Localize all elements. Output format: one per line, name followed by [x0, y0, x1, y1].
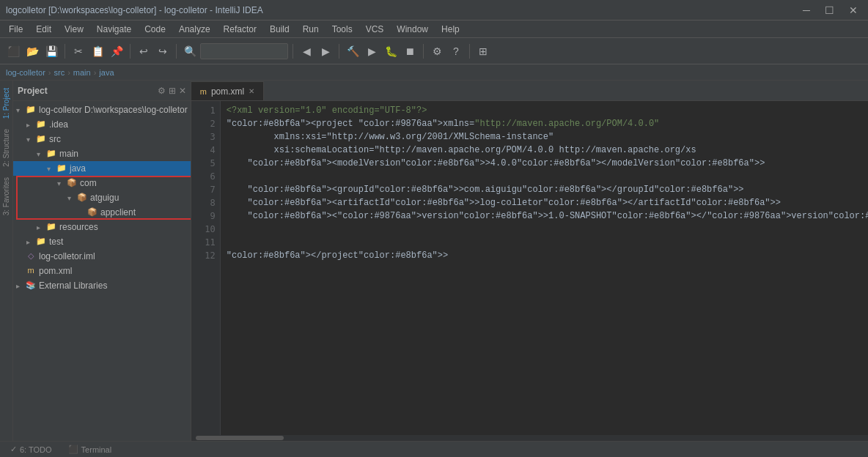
toolbar-debug[interactable]: 🐛 [382, 42, 400, 60]
toolbar-redo[interactable]: ↪ [154, 42, 172, 60]
side-tab-favorites[interactable]: 3: Favorites [0, 173, 12, 220]
breadcrumb-item-2[interactable]: src [54, 68, 65, 77]
tree-item-label: .idea [49, 119, 68, 130]
project-panel: Project ⚙ ⊞ ✕ ▾📁log-colletor D:\workspac… [13, 81, 191, 441]
app-title: logcolletor [D:\workspaces\log-colletor]… [6, 5, 263, 15]
menu-item-build[interactable]: Build [264, 23, 295, 36]
breadcrumb: log-colletor › src › main › java [0, 64, 868, 81]
menu-item-code[interactable]: Code [139, 23, 172, 36]
breadcrumb-sep-3: › [94, 68, 97, 77]
tree-item-icon: m [25, 266, 37, 276]
code-line: "color:#e8bf6a"><modelVersion"color:#e8b… [227, 157, 868, 170]
bottom-toolbar: ✓ 6: TODO ⬛ Terminal [0, 441, 868, 457]
tree-arrow: ▾ [37, 150, 45, 158]
line-number: 5 [191, 157, 216, 170]
sidebar-gear-icon[interactable]: ⚙ [158, 86, 166, 96]
toolbar-stop[interactable]: ⏹ [401, 42, 419, 60]
sidebar-close-icon[interactable]: ✕ [179, 86, 186, 96]
horizontal-scrollbar[interactable] [191, 435, 868, 441]
search-input[interactable] [200, 43, 288, 59]
menu-item-refactor[interactable]: Refactor [218, 23, 262, 36]
minimize-button[interactable]: ─ [798, 3, 814, 18]
restore-button[interactable]: ☐ [820, 3, 839, 18]
todo-label: 6: TODO [20, 445, 52, 454]
toolbar-back[interactable]: ◀ [298, 42, 315, 60]
code-content[interactable]: <?xml version="1.0" encoding="UTF-8"?>"c… [221, 101, 868, 435]
line-number: 3 [191, 130, 216, 144]
tree-arrow: ▾ [26, 135, 35, 144]
breadcrumb-item-1[interactable]: log-colletor [6, 68, 45, 77]
left-side-tabs: 1: Project 2: Structure 3: Favorites [0, 81, 13, 441]
toolbar-button-2[interactable]: 📂 [23, 42, 41, 60]
tree-item-label: atguigu [90, 193, 119, 203]
line-number: 10 [191, 223, 216, 236]
tree-item[interactable]: ▸📁resources [13, 220, 191, 234]
sidebar-title: Project [18, 86, 48, 96]
toolbar-find[interactable]: 🔍 [181, 42, 199, 60]
line-number: 4 [191, 144, 216, 157]
toolbar-button-1[interactable]: ⬛ [4, 42, 22, 60]
tree-item-label: main [59, 149, 78, 159]
tab-close-button[interactable]: ✕ [249, 87, 254, 95]
todo-icon: ✓ [10, 445, 17, 454]
side-tab-project[interactable]: 1: Project [0, 83, 12, 123]
menu-item-tools[interactable]: Tools [326, 23, 358, 36]
tree-item[interactable]: 📦appclient [13, 205, 191, 220]
toolbar-sep-5 [339, 44, 339, 59]
toolbar-forward[interactable]: ▶ [317, 42, 334, 60]
toolbar-cut[interactable]: ✂ [70, 42, 87, 60]
toolbar-sep-4 [293, 44, 293, 59]
main-content: 1: Project 2: Structure 3: Favorites Pro… [0, 81, 868, 441]
menu-item-run[interactable]: Run [297, 23, 325, 36]
toolbar-sep-7 [469, 44, 470, 59]
tree-arrow: ▾ [16, 106, 25, 114]
toolbar: ⬛ 📂 💾 ✂ 📋 📌 ↩ ↪ 🔍 ◀ ▶ 🔨 ▶ 🐛 ⏹ ⚙ ? ⊞ [0, 38, 868, 64]
tree-item[interactable]: ▾📁src [13, 132, 191, 146]
tree-item[interactable]: mpom.xml [13, 264, 191, 278]
breadcrumb-item-3[interactable]: main [73, 68, 91, 77]
tree-item-label: src [49, 134, 61, 144]
tree-item[interactable]: ▾📁main [13, 146, 191, 161]
editor-tab-pom[interactable]: m pom.xml ✕ [191, 81, 265, 100]
tree-item-icon: 📦 [66, 178, 78, 188]
editor-tabs: m pom.xml ✕ [191, 81, 868, 101]
bottom-tab-terminal[interactable]: ⬛ Terminal [61, 443, 119, 456]
menu-item-vcs[interactable]: VCS [360, 23, 390, 36]
code-line: xsi:schemaLocation="http://maven.apache.… [227, 144, 868, 157]
toolbar-copy[interactable]: 📋 [89, 42, 106, 60]
tree-item[interactable]: ▸📁test [13, 234, 191, 249]
side-tab-structure[interactable]: 2: Structure [0, 125, 12, 171]
tree-item[interactable]: ▾📦com [13, 176, 191, 190]
menu-item-edit[interactable]: Edit [30, 23, 57, 36]
menu-item-navigate[interactable]: Navigate [91, 23, 137, 36]
tree-item-label: log-colletor D:\workspaces\log-colletor [39, 105, 188, 115]
tree-item[interactable]: ▾📦atguigu [13, 190, 191, 205]
tree-arrow: ▾ [67, 194, 76, 202]
tree-item[interactable]: ▾📁java [13, 161, 191, 176]
menu-item-window[interactable]: Window [391, 23, 434, 36]
line-number: 6 [191, 170, 216, 183]
breadcrumb-item-4[interactable]: java [99, 68, 114, 77]
toolbar-settings[interactable]: ⚙ [428, 42, 446, 60]
tree-item[interactable]: ◇log-colletor.iml [13, 249, 191, 264]
tree-item[interactable]: ▸📁.idea [13, 117, 191, 132]
close-button[interactable]: ✕ [845, 3, 862, 18]
tree-item[interactable]: ▸📚External Libraries [13, 278, 191, 293]
toolbar-build[interactable]: 🔨 [344, 42, 361, 60]
tree-item[interactable]: ▾📁log-colletor D:\workspaces\log-colleto… [13, 103, 191, 117]
menu-item-view[interactable]: View [59, 23, 89, 36]
toolbar-paste[interactable]: 📌 [108, 42, 125, 60]
tree-item-icon: 📁 [45, 149, 57, 159]
bottom-tab-todo[interactable]: ✓ 6: TODO [3, 443, 59, 456]
code-line [227, 170, 868, 183]
toolbar-undo[interactable]: ↩ [135, 42, 152, 60]
toolbar-save[interactable]: 💾 [43, 42, 60, 60]
menu-item-file[interactable]: File [3, 23, 29, 36]
menu-item-analyze[interactable]: Analyze [173, 23, 216, 36]
toolbar-run[interactable]: ▶ [363, 42, 380, 60]
toolbar-extra[interactable]: ⊞ [474, 42, 492, 60]
menu-item-help[interactable]: Help [435, 23, 466, 36]
sidebar-expand-icon[interactable]: ⊞ [169, 86, 176, 96]
toolbar-help[interactable]: ? [447, 42, 465, 60]
line-number: 8 [191, 196, 216, 209]
